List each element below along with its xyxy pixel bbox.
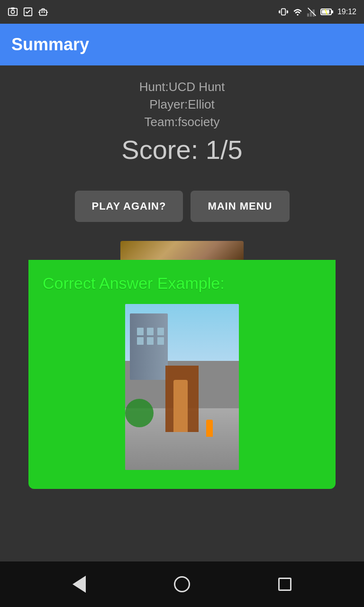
app-bar-title: Summary: [11, 35, 89, 55]
robot-icon: [38, 7, 48, 17]
checklist-icon: [23, 7, 33, 17]
answer-image: [125, 304, 239, 470]
photo-icon: [8, 7, 18, 17]
status-icons: 19:12: [279, 7, 356, 17]
hunt-info: Hunt:UCD Hunt: [121, 80, 242, 94]
svg-point-1: [11, 10, 14, 13]
svg-rect-0: [9, 9, 17, 16]
window-5: [147, 337, 154, 345]
building-layer: [130, 313, 168, 380]
correct-answer-card: Correct Answer Example:: [28, 260, 336, 489]
status-bar: 19:12: [0, 0, 364, 24]
svg-marker-19: [310, 12, 312, 17]
main-content: Hunt:UCD Hunt Player:Elliot Team:fsociet…: [0, 65, 364, 561]
svg-rect-5: [41, 11, 43, 13]
main-menu-button[interactable]: MAIN MENU: [191, 191, 289, 222]
score-display: Score: 1/5: [121, 134, 242, 165]
back-button[interactable]: [73, 576, 86, 593]
info-section: Hunt:UCD Hunt Player:Elliot Team:fsociet…: [121, 80, 242, 179]
recents-button[interactable]: [278, 578, 291, 591]
home-button[interactable]: [174, 576, 190, 592]
svg-point-17: [297, 14, 298, 16]
bottom-nav: [0, 561, 364, 607]
svg-rect-24: [331, 10, 333, 13]
status-time: 19:12: [337, 8, 356, 16]
windows-layer: [137, 328, 165, 345]
battery-icon: [320, 8, 334, 16]
wifi-icon: [292, 7, 303, 17]
window-3: [157, 328, 164, 335]
window-4: [137, 337, 144, 345]
player-info: Player:Elliot: [121, 97, 242, 112]
svg-marker-18: [307, 13, 309, 17]
team-info: Team:fsociety: [121, 115, 242, 129]
partial-image-container: [28, 241, 336, 260]
action-buttons: PLAY AGAIN? MAIN MENU: [75, 191, 290, 222]
signal-icon: [307, 7, 317, 17]
window-6: [157, 337, 164, 345]
play-again-button[interactable]: PLAY AGAIN?: [75, 191, 183, 222]
svg-rect-12: [282, 9, 285, 15]
app-bar: Summary: [0, 24, 364, 65]
sculpture-figure: [173, 380, 188, 432]
window-1: [137, 328, 144, 335]
correct-answer-label: Correct Answer Example:: [43, 274, 225, 293]
partial-image: [120, 241, 244, 260]
svg-rect-4: [40, 10, 47, 15]
svg-rect-6: [44, 11, 45, 13]
window-2: [147, 328, 154, 335]
svg-rect-2: [11, 8, 14, 9]
left-status-icons: [8, 0, 48, 24]
trees-layer: [125, 399, 154, 427]
vibrate-icon: [279, 7, 288, 17]
answer-image-container: [43, 304, 321, 470]
walking-person: [206, 420, 213, 437]
